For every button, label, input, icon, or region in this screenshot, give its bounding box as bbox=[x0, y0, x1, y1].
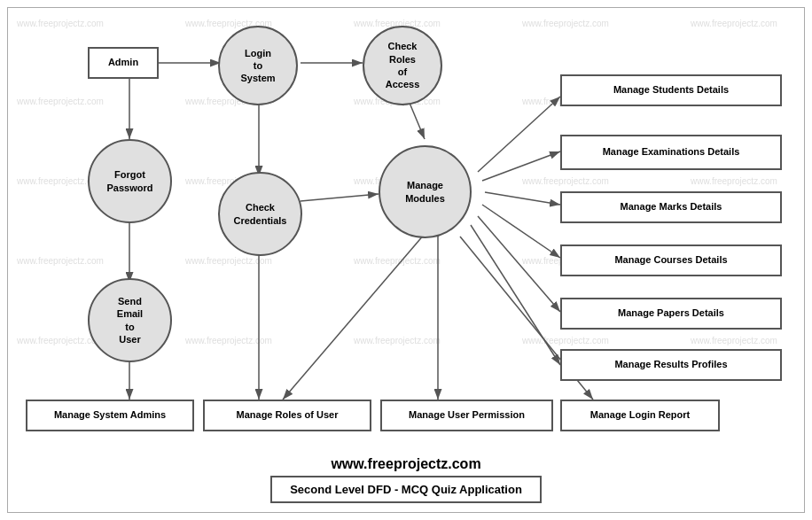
watermark-6: www.freeprojectz.com bbox=[17, 97, 104, 106]
check-credentials-node: Check Credentials bbox=[218, 172, 302, 256]
watermark-25: www.freeprojectz.com bbox=[691, 336, 777, 345]
forgot-password-node: Forgot Password bbox=[88, 139, 172, 223]
watermark-5: www.freeprojectz.com bbox=[691, 19, 777, 28]
svg-line-9 bbox=[478, 97, 560, 172]
manage-system-admins-node: Manage System Admins bbox=[26, 400, 194, 431]
check-roles-node: Check Roles of Access bbox=[363, 26, 442, 105]
watermark-4: www.freeprojectz.com bbox=[522, 19, 609, 28]
footer-area: www.freeprojectz.com Second Level DFD - … bbox=[8, 456, 804, 503]
send-email-node: Send Email to User bbox=[88, 278, 172, 362]
watermark-24: www.freeprojectz.com bbox=[522, 336, 609, 345]
watermark-1: www.freeprojectz.com bbox=[17, 19, 104, 28]
watermark-22: www.freeprojectz.com bbox=[185, 336, 272, 345]
svg-line-11 bbox=[485, 192, 560, 205]
manage-courses-node: Manage Courses Details bbox=[560, 244, 782, 276]
manage-papers-node: Manage Papers Details bbox=[560, 298, 782, 330]
svg-line-13 bbox=[478, 216, 560, 312]
svg-line-12 bbox=[482, 205, 560, 258]
manage-results-node: Manage Results Profiles bbox=[560, 349, 782, 381]
manage-modules-node: Manage Modules bbox=[379, 145, 472, 238]
svg-line-10 bbox=[482, 151, 560, 181]
manage-roles-node: Manage Roles of User bbox=[203, 400, 371, 431]
diagram-area: www.freeprojectz.com www.freeprojectz.co… bbox=[7, 7, 805, 513]
watermark-15: www.freeprojectz.com bbox=[691, 176, 777, 186]
admin-node: Admin bbox=[88, 47, 159, 79]
watermark-23: www.freeprojectz.com bbox=[354, 336, 441, 345]
manage-user-permission-node: Manage User Permission bbox=[380, 400, 553, 431]
login-node: Login to System bbox=[218, 26, 298, 105]
manage-students-node: Manage Students Details bbox=[560, 74, 782, 106]
watermark-18: www.freeprojectz.com bbox=[354, 256, 441, 266]
diagram-title: Second Level DFD - MCQ Quiz Application bbox=[270, 476, 542, 503]
manage-examinations-node: Manage Examinations Details bbox=[560, 135, 782, 170]
website-label: www.freeprojectz.com bbox=[331, 456, 480, 472]
manage-marks-node: Manage Marks Details bbox=[560, 191, 782, 223]
svg-line-6 bbox=[301, 194, 379, 201]
manage-login-report-node: Manage Login Report bbox=[560, 400, 720, 431]
svg-line-15 bbox=[283, 234, 425, 400]
watermark-16: www.freeprojectz.com bbox=[17, 256, 104, 266]
watermark-17: www.freeprojectz.com bbox=[185, 256, 272, 266]
watermark-14: www.freeprojectz.com bbox=[522, 176, 609, 186]
svg-line-14 bbox=[471, 225, 560, 365]
